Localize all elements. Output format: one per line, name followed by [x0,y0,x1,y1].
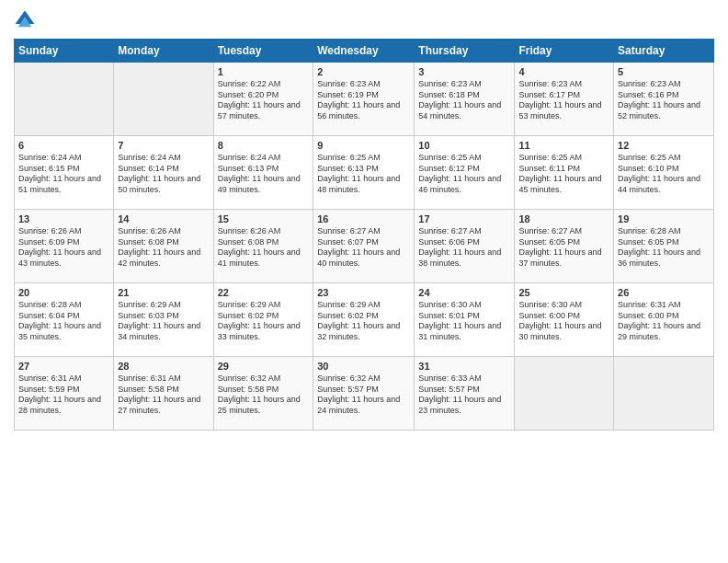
day-number: 23 [317,287,410,298]
day-number: 4 [518,66,609,77]
day-info: Sunrise: 6:23 AM Sunset: 6:18 PM Dayligh… [418,79,510,122]
calendar-header-wednesday: Wednesday [313,40,415,63]
day-number: 10 [418,140,510,151]
day-info: Sunrise: 6:28 AM Sunset: 6:04 PM Dayligh… [18,300,109,343]
day-info: Sunrise: 6:29 AM Sunset: 6:03 PM Dayligh… [118,300,209,343]
day-number: 15 [218,213,310,224]
day-number: 26 [618,287,710,298]
calendar-week-3: 13Sunrise: 6:26 AM Sunset: 6:09 PM Dayli… [15,210,714,283]
calendar-cell: 21Sunrise: 6:29 AM Sunset: 6:03 PM Dayli… [114,283,213,357]
day-number: 21 [118,287,209,298]
day-number: 14 [118,213,209,224]
day-number: 12 [618,140,710,151]
calendar-cell: 31Sunrise: 6:33 AM Sunset: 5:57 PM Dayli… [415,357,515,431]
calendar-cell: 24Sunrise: 6:30 AM Sunset: 6:01 PM Dayli… [415,283,515,357]
day-number: 29 [218,361,310,372]
day-number: 20 [18,287,109,298]
day-info: Sunrise: 6:22 AM Sunset: 6:20 PM Dayligh… [218,79,310,122]
day-info: Sunrise: 6:25 AM Sunset: 6:10 PM Dayligh… [618,153,710,196]
day-info: Sunrise: 6:31 AM Sunset: 5:59 PM Dayligh… [18,373,109,417]
calendar-cell: 22Sunrise: 6:29 AM Sunset: 6:02 PM Dayli… [213,283,313,357]
day-number: 5 [618,66,710,77]
calendar-cell: 28Sunrise: 6:31 AM Sunset: 5:58 PM Dayli… [114,357,213,431]
calendar: SundayMondayTuesdayWednesdayThursdayFrid… [14,39,714,431]
calendar-cell: 23Sunrise: 6:29 AM Sunset: 6:02 PM Dayli… [313,283,415,357]
day-info: Sunrise: 6:26 AM Sunset: 6:08 PM Dayligh… [218,226,310,270]
day-info: Sunrise: 6:24 AM Sunset: 6:13 PM Dayligh… [218,153,310,196]
day-number: 11 [518,140,609,151]
calendar-header-saturday: Saturday [614,40,714,63]
calendar-cell: 27Sunrise: 6:31 AM Sunset: 5:59 PM Dayli… [15,357,114,431]
day-number: 8 [218,140,310,151]
calendar-cell: 13Sunrise: 6:26 AM Sunset: 6:09 PM Dayli… [15,210,114,283]
calendar-week-1: 1Sunrise: 6:22 AM Sunset: 6:20 PM Daylig… [15,63,714,136]
day-info: Sunrise: 6:24 AM Sunset: 6:15 PM Dayligh… [18,153,109,196]
calendar-cell: 26Sunrise: 6:31 AM Sunset: 6:00 PM Dayli… [614,283,714,357]
day-info: Sunrise: 6:27 AM Sunset: 6:05 PM Dayligh… [518,226,609,270]
day-number: 24 [418,287,510,298]
day-info: Sunrise: 6:23 AM Sunset: 6:17 PM Dayligh… [518,79,609,122]
calendar-cell: 6Sunrise: 6:24 AM Sunset: 6:15 PM Daylig… [15,136,114,210]
calendar-cell: 29Sunrise: 6:32 AM Sunset: 5:58 PM Dayli… [213,357,313,431]
day-number: 28 [118,361,209,372]
day-number: 27 [18,361,109,372]
calendar-cell: 7Sunrise: 6:24 AM Sunset: 6:14 PM Daylig… [114,136,213,210]
day-info: Sunrise: 6:32 AM Sunset: 5:57 PM Dayligh… [317,373,410,417]
day-info: Sunrise: 6:31 AM Sunset: 6:00 PM Dayligh… [618,300,710,343]
day-number: 18 [518,213,609,224]
day-number: 7 [118,140,209,151]
day-info: Sunrise: 6:32 AM Sunset: 5:58 PM Dayligh… [218,373,310,417]
day-number: 16 [317,213,410,224]
calendar-cell: 25Sunrise: 6:30 AM Sunset: 6:00 PM Dayli… [515,283,614,357]
calendar-header-thursday: Thursday [415,40,515,63]
calendar-cell: 1Sunrise: 6:22 AM Sunset: 6:20 PM Daylig… [213,63,313,136]
calendar-cell: 11Sunrise: 6:25 AM Sunset: 6:11 PM Dayli… [515,136,614,210]
day-number: 22 [218,287,310,298]
day-number: 13 [18,213,109,224]
calendar-body: 1Sunrise: 6:22 AM Sunset: 6:20 PM Daylig… [15,63,714,431]
day-info: Sunrise: 6:33 AM Sunset: 5:57 PM Dayligh… [418,373,510,417]
calendar-cell: 12Sunrise: 6:25 AM Sunset: 6:10 PM Dayli… [614,136,714,210]
day-number: 31 [418,361,510,372]
day-number: 17 [418,213,510,224]
calendar-cell: 16Sunrise: 6:27 AM Sunset: 6:07 PM Dayli… [313,210,415,283]
calendar-week-2: 6Sunrise: 6:24 AM Sunset: 6:15 PM Daylig… [15,136,714,210]
day-number: 3 [418,66,510,77]
calendar-cell: 14Sunrise: 6:26 AM Sunset: 6:08 PM Dayli… [114,210,213,283]
day-info: Sunrise: 6:28 AM Sunset: 6:05 PM Dayligh… [618,226,710,270]
calendar-cell: 19Sunrise: 6:28 AM Sunset: 6:05 PM Dayli… [614,210,714,283]
calendar-cell: 3Sunrise: 6:23 AM Sunset: 6:18 PM Daylig… [415,63,515,136]
day-info: Sunrise: 6:30 AM Sunset: 6:00 PM Dayligh… [518,300,609,343]
day-info: Sunrise: 6:31 AM Sunset: 5:58 PM Dayligh… [118,373,209,417]
calendar-week-5: 27Sunrise: 6:31 AM Sunset: 5:59 PM Dayli… [15,357,714,431]
calendar-cell: 30Sunrise: 6:32 AM Sunset: 5:57 PM Dayli… [313,357,415,431]
day-number: 30 [317,361,410,372]
day-info: Sunrise: 6:26 AM Sunset: 6:08 PM Dayligh… [118,226,209,270]
day-number: 1 [218,66,310,77]
calendar-week-4: 20Sunrise: 6:28 AM Sunset: 6:04 PM Dayli… [15,283,714,357]
calendar-header-sunday: Sunday [15,40,114,63]
calendar-header-row: SundayMondayTuesdayWednesdayThursdayFrid… [15,40,714,63]
day-info: Sunrise: 6:23 AM Sunset: 6:16 PM Dayligh… [618,79,710,122]
day-info: Sunrise: 6:27 AM Sunset: 6:06 PM Dayligh… [418,226,510,270]
calendar-cell: 17Sunrise: 6:27 AM Sunset: 6:06 PM Dayli… [415,210,515,283]
calendar-cell [614,357,714,431]
calendar-cell: 10Sunrise: 6:25 AM Sunset: 6:12 PM Dayli… [415,136,515,210]
calendar-cell: 18Sunrise: 6:27 AM Sunset: 6:05 PM Dayli… [515,210,614,283]
day-number: 2 [317,66,410,77]
calendar-cell [114,63,213,136]
calendar-cell: 8Sunrise: 6:24 AM Sunset: 6:13 PM Daylig… [213,136,313,210]
logo-icon [14,9,36,31]
calendar-cell: 9Sunrise: 6:25 AM Sunset: 6:13 PM Daylig… [313,136,415,210]
logo [14,9,40,31]
day-info: Sunrise: 6:25 AM Sunset: 6:12 PM Dayligh… [418,153,510,196]
day-info: Sunrise: 6:30 AM Sunset: 6:01 PM Dayligh… [418,300,510,343]
day-number: 6 [18,140,109,151]
day-info: Sunrise: 6:29 AM Sunset: 6:02 PM Dayligh… [317,300,410,343]
day-info: Sunrise: 6:27 AM Sunset: 6:07 PM Dayligh… [317,226,410,270]
day-number: 9 [317,140,410,151]
calendar-cell: 2Sunrise: 6:23 AM Sunset: 6:19 PM Daylig… [313,63,415,136]
calendar-cell: 4Sunrise: 6:23 AM Sunset: 6:17 PM Daylig… [515,63,614,136]
calendar-header-monday: Monday [114,40,213,63]
day-info: Sunrise: 6:24 AM Sunset: 6:14 PM Dayligh… [118,153,209,196]
